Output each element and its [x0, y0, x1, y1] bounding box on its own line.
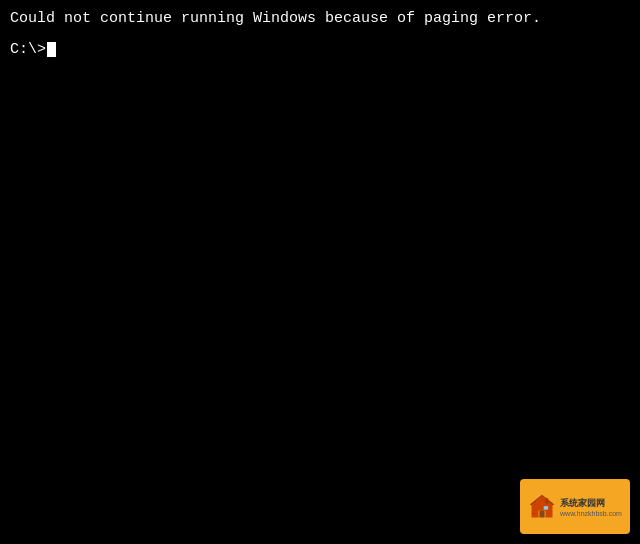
svg-rect-3	[544, 506, 548, 510]
svg-rect-4	[546, 498, 549, 503]
cursor	[47, 42, 56, 57]
svg-rect-2	[539, 510, 544, 517]
watermark: 系统家园网 www.hnzkhbsb.com	[520, 479, 630, 534]
watermark-icon	[528, 493, 556, 521]
terminal-screen: Could not continue running Windows becau…	[0, 0, 640, 544]
prompt-text: C:\>	[10, 39, 46, 60]
watermark-url: www.hnzkhbsb.com	[560, 510, 622, 517]
watermark-inner: 系统家园网 www.hnzkhbsb.com	[528, 493, 622, 521]
prompt-line: C:\>	[10, 39, 630, 60]
error-message: Could not continue running Windows becau…	[10, 8, 630, 29]
watermark-site-name: 系统家园网	[560, 497, 605, 510]
